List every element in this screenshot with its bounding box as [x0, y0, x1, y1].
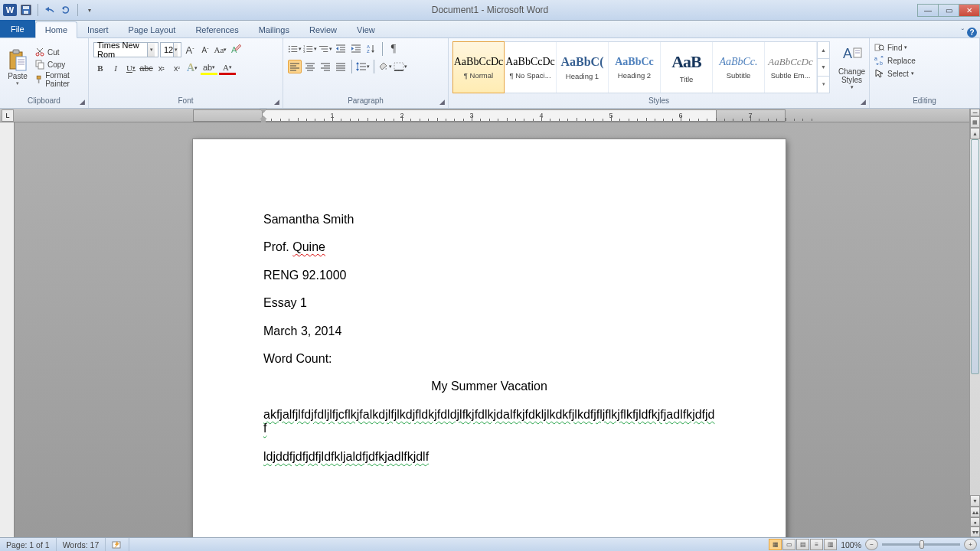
text-effects-button[interactable]: A▾ — [185, 61, 199, 75]
style-gallery[interactable]: AaBbCcDc¶ NormalAaBbCcDc¶ No Spaci...AaB… — [452, 41, 830, 93]
font-dialog-launcher[interactable]: ◢ — [272, 97, 281, 106]
shading-button[interactable]: ▾ — [378, 60, 392, 73]
highlight-button[interactable]: ab▾ — [201, 61, 217, 75]
next-page-button[interactable]: ▾▾ — [970, 527, 980, 537]
decrease-indent-button[interactable] — [334, 42, 348, 56]
save-icon[interactable] — [19, 3, 33, 17]
increase-indent-button[interactable] — [349, 42, 363, 56]
align-center-button[interactable] — [303, 60, 317, 73]
bullets-button[interactable]: ▾ — [288, 42, 302, 56]
page-status[interactable]: Page: 1 of 1 — [0, 538, 57, 552]
copy-button[interactable]: Copy — [34, 59, 86, 70]
gallery-up[interactable]: ▲ — [818, 42, 829, 59]
proofing-status[interactable] — [106, 538, 129, 552]
redo-icon[interactable] — [59, 3, 73, 17]
vertical-ruler[interactable] — [0, 122, 15, 537]
page[interactable]: Samantha SmithProf. QuineRENG 92.1000Ess… — [193, 139, 786, 537]
outline-view[interactable]: ≡ — [810, 539, 823, 550]
draft-view[interactable]: ▥ — [824, 539, 837, 550]
minimize-button[interactable]: — — [917, 4, 939, 17]
first-line-indent-marker[interactable] — [260, 109, 267, 113]
word-count-status[interactable]: Words: 17 — [57, 538, 106, 552]
borders-button[interactable]: ▾ — [394, 60, 407, 73]
paste-button[interactable]: Paste ▾ — [2, 47, 33, 89]
bold-button[interactable]: B — [93, 61, 107, 75]
change-case-button[interactable]: Aa▾ — [214, 43, 227, 57]
show-marks-button[interactable]: ¶ — [387, 42, 400, 56]
shrink-font-button[interactable]: Aˇ — [198, 43, 212, 57]
help-icon[interactable]: ? — [967, 28, 977, 37]
styles-dialog-launcher[interactable]: ◢ — [858, 97, 867, 106]
strikethrough-button[interactable]: abc — [139, 61, 153, 75]
vertical-scrollbar[interactable]: ─ ▦ ▲ ▼ ▴▴ ● ▾▾ — [969, 109, 980, 537]
browse-object-button[interactable]: ● — [970, 517, 980, 527]
clear-formatting-button[interactable]: A — [229, 43, 243, 57]
style-item-1[interactable]: AaBbCcDc¶ No Spaci... — [505, 42, 557, 93]
tab-home[interactable]: Home — [35, 21, 77, 38]
sort-button[interactable]: AZ — [364, 42, 378, 56]
replace-button[interactable]: abReplace — [874, 55, 916, 66]
paragraph-dialog-launcher[interactable]: ◢ — [437, 97, 446, 106]
align-right-button[interactable] — [318, 60, 332, 73]
style-item-3[interactable]: AaBbCcHeading 2 — [609, 42, 661, 93]
scroll-up-button[interactable]: ▲ — [970, 128, 980, 139]
font-color-button[interactable]: A▾ — [219, 61, 236, 75]
format-painter-button[interactable]: Format Painter — [34, 71, 86, 88]
tab-stop-selector[interactable]: L — [2, 109, 14, 122]
clipboard-dialog-launcher[interactable]: ◢ — [77, 97, 87, 106]
superscript-button[interactable]: x² — [170, 61, 184, 75]
undo-icon[interactable] — [43, 3, 57, 17]
change-styles-button[interactable]: A Change Styles▾ — [833, 42, 871, 93]
window-title: Document1 - Microsoft Word — [432, 5, 549, 15]
horizontal-ruler[interactable]: 1234567 — [193, 109, 786, 122]
tab-insert[interactable]: Insert — [77, 21, 119, 38]
tab-file[interactable]: File — [0, 20, 35, 37]
style-item-2[interactable]: AaBbC(Heading 1 — [557, 42, 609, 93]
gallery-down[interactable]: ▼ — [818, 59, 829, 76]
tab-review[interactable]: Review — [299, 21, 347, 38]
print-layout-view[interactable]: ▦ — [769, 539, 782, 550]
multilevel-list-button[interactable]: ▾ — [318, 42, 332, 56]
scissors-icon — [34, 47, 45, 57]
web-layout-view[interactable]: ▤ — [796, 539, 809, 550]
prev-page-button[interactable]: ▴▴ — [970, 507, 980, 517]
cut-button[interactable]: Cut — [34, 47, 86, 57]
paste-label: Paste — [8, 72, 28, 80]
zoom-out-button[interactable]: − — [865, 539, 878, 550]
full-screen-view[interactable]: ▭ — [782, 539, 795, 550]
underline-button[interactable]: U▾ — [124, 61, 138, 75]
tab-page-layout[interactable]: Page Layout — [119, 21, 186, 38]
style-item-5[interactable]: AaBbCc.Subtitle — [713, 42, 765, 93]
split-handle[interactable]: ─ — [970, 109, 980, 116]
line-spacing-button[interactable]: ▾ — [356, 60, 370, 73]
italic-button[interactable]: I — [109, 61, 122, 75]
tab-view[interactable]: View — [347, 21, 385, 38]
scroll-down-button[interactable]: ▼ — [970, 495, 980, 507]
qat-customize-icon[interactable]: ▾ — [83, 3, 96, 17]
numbering-button[interactable]: 123▾ — [303, 42, 317, 56]
zoom-level[interactable]: 100% — [841, 540, 861, 549]
style-item-6[interactable]: AaBbCcDcSubtle Em... — [765, 42, 817, 93]
subscript-button[interactable]: x₂ — [155, 61, 168, 75]
style-item-0[interactable]: AaBbCcDc¶ Normal — [452, 41, 505, 93]
align-left-button[interactable] — [288, 60, 302, 73]
zoom-slider[interactable] — [882, 543, 960, 546]
select-button[interactable]: Select ▾ — [874, 68, 914, 79]
tab-mailings[interactable]: Mailings — [249, 21, 299, 38]
minimize-ribbon-icon[interactable]: ˇ — [962, 28, 964, 37]
gallery-more[interactable]: ▾ — [818, 77, 829, 93]
hanging-indent-marker[interactable] — [260, 116, 267, 122]
close-button[interactable]: ✕ — [959, 4, 980, 17]
grow-font-button[interactable]: Aˆ — [183, 43, 197, 57]
font-size-select[interactable]: 12▾ — [160, 42, 181, 57]
font-family-select[interactable]: Times New Rom▾ — [93, 42, 158, 57]
tab-references[interactable]: References — [185, 21, 248, 38]
scroll-thumb[interactable] — [971, 139, 979, 374]
style-item-4[interactable]: AaBTitle — [661, 42, 713, 93]
maximize-button[interactable]: ▭ — [938, 4, 959, 17]
zoom-in-button[interactable]: + — [964, 539, 977, 550]
justify-button[interactable] — [334, 60, 348, 73]
page-content[interactable]: Samantha SmithProf. QuineRENG 92.1000Ess… — [193, 139, 786, 464]
find-button[interactable]: Find ▾ — [874, 42, 907, 53]
ruler-toggle-icon[interactable]: ▦ — [970, 116, 980, 128]
